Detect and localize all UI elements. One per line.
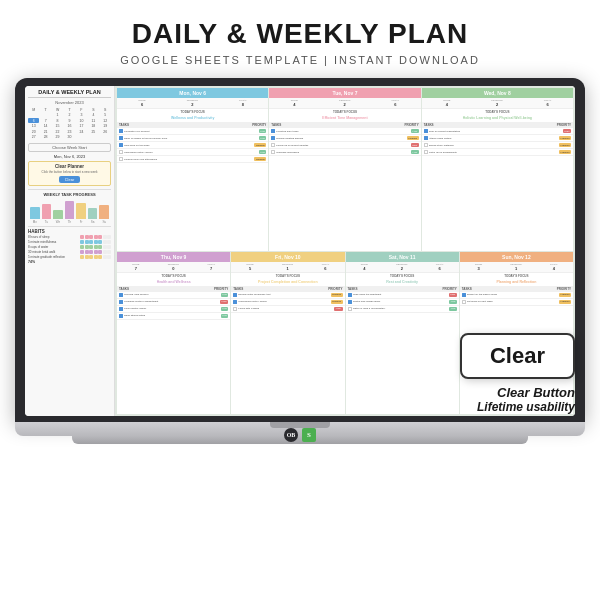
- task-checkbox[interactable]: [424, 143, 428, 147]
- task-item: Catch up on assignmentsMedium: [422, 149, 573, 156]
- task-item: Read 10 pages of the psychology bookLow: [117, 135, 268, 142]
- task-checkbox[interactable]: [424, 150, 428, 154]
- task-checkbox[interactable]: [233, 293, 237, 297]
- task-checkbox[interactable]: [119, 143, 123, 147]
- focus-text: Efficient Time Management: [269, 115, 420, 121]
- task-checkbox[interactable]: [271, 136, 275, 140]
- focus-text: Health and Wellness: [117, 279, 230, 285]
- cal-cell: 4: [88, 113, 99, 118]
- day-header: Tue, Nov 7: [269, 88, 420, 98]
- task-item: Confirm book club attendanceMedium: [117, 156, 268, 163]
- task-checkbox[interactable]: [119, 300, 123, 304]
- task-text: Set goals for next week: [467, 300, 558, 303]
- day-stats: DONE4PENDING2TOTAL6: [269, 98, 420, 109]
- stat-value: 2: [491, 102, 502, 107]
- habit-dot: [103, 245, 107, 249]
- habit-dot: [103, 235, 107, 239]
- bar-chart: MoTuWeThFrSaSu: [28, 199, 111, 224]
- habit-dot: [94, 255, 98, 259]
- bar: [88, 208, 98, 219]
- task-priority: Low: [411, 129, 419, 133]
- task-checkbox[interactable]: [119, 150, 123, 154]
- stat-col: TOTAL4: [550, 263, 558, 271]
- cal-cell: 28: [40, 135, 51, 140]
- task-checkbox[interactable]: [271, 143, 275, 147]
- task-checkbox[interactable]: [348, 307, 352, 311]
- focus-text: Rest and Creativity: [346, 279, 459, 285]
- habit-dots: [80, 250, 111, 254]
- task-checkbox[interactable]: [119, 314, 123, 318]
- task-checkbox[interactable]: [119, 136, 123, 140]
- stat-col: PENDING2: [491, 99, 502, 107]
- cal-cell: [28, 113, 39, 118]
- cal-cell: [76, 135, 87, 140]
- stat-col: TOTAL6: [322, 263, 330, 271]
- habit-name: 5 minute mindfulness: [28, 240, 79, 244]
- task-checkbox[interactable]: [271, 129, 275, 133]
- task-checkbox[interactable]: [119, 307, 123, 311]
- habit-dot: [94, 245, 98, 249]
- task-text: Prioritize daily tasks: [276, 130, 410, 133]
- habit-dot: [98, 245, 102, 249]
- task-checkbox[interactable]: [271, 150, 275, 154]
- task-checkbox[interactable]: [348, 300, 352, 304]
- bar: [30, 207, 40, 219]
- task-text: Summarize history lesson: [238, 300, 329, 303]
- habits-list: 8 hours of sleep5 minute mindfulness8 cu…: [28, 235, 111, 259]
- task-text: Catch up on assignments: [429, 151, 558, 154]
- day-stats: DONE7PENDING0TOTAL7: [117, 262, 230, 273]
- habit-dot: [98, 250, 102, 254]
- task-item: Morning yoga sessionLow: [117, 292, 230, 299]
- cal-cell: [40, 113, 51, 118]
- bar-label: Su: [102, 220, 106, 224]
- task-priority: Low: [449, 307, 457, 311]
- clear-big-button[interactable]: Clear: [460, 333, 575, 379]
- stat-value: 2: [339, 102, 350, 107]
- task-priority: High: [220, 300, 228, 304]
- stat-value: 2: [396, 266, 407, 271]
- habit-dot: [89, 255, 93, 259]
- day-panel: Sat, Nov 11DONE4PENDING2TOTAL6TODAY'S FO…: [346, 252, 459, 415]
- task-checkbox[interactable]: [348, 293, 352, 297]
- task-checkbox[interactable]: [462, 300, 466, 304]
- mini-calendar: MTWTFSS123456789101112131415161718192021…: [28, 107, 111, 140]
- task-priority: Low: [449, 300, 457, 304]
- cal-cell: 22: [52, 129, 63, 134]
- task-checkbox[interactable]: [233, 300, 237, 304]
- task-progress-title: WEEKLY TASK PROGRESS: [28, 189, 111, 197]
- brand-logo: OB: [284, 428, 298, 442]
- habit-dot: [89, 250, 93, 254]
- stat-col: PENDING1: [510, 263, 521, 271]
- cal-cell: 12: [100, 118, 111, 123]
- task-checkbox[interactable]: [119, 157, 123, 161]
- habit-dots: [80, 245, 111, 249]
- task-checkbox[interactable]: [424, 136, 428, 140]
- task-checkbox[interactable]: [424, 129, 428, 133]
- task-item: Set goals for next weekMedium: [460, 299, 573, 306]
- clear-planner-box: Clear Planner Click the button below to …: [28, 161, 111, 186]
- habit-name: 30 minute brisk walk: [28, 250, 79, 254]
- day-panel: Tue, Nov 7DONE4PENDING2TOTAL6TODAY'S FOC…: [269, 88, 420, 251]
- cal-cell: 2: [64, 113, 75, 118]
- task-checkbox[interactable]: [233, 307, 237, 311]
- stat-value: 4: [361, 266, 368, 271]
- task-item: Schedule doctor's appointmentHigh: [117, 299, 230, 306]
- task-item: Sketch new design ideasLow: [346, 299, 459, 306]
- stat-value: 6: [322, 266, 330, 271]
- task-checkbox[interactable]: [119, 293, 123, 297]
- cal-cell: 13: [28, 124, 39, 129]
- task-checkbox[interactable]: [462, 293, 466, 297]
- annotation-line2: Lifetime usability: [477, 400, 575, 414]
- task-item: Cook healthy dinnerLow: [117, 306, 230, 313]
- cal-cell: 29: [52, 135, 63, 140]
- choose-week[interactable]: Choose Week Start: [28, 143, 111, 152]
- habits-percent: 74%: [28, 260, 111, 264]
- stat-value: 8: [239, 102, 247, 107]
- clear-small-button[interactable]: Clear: [59, 176, 81, 183]
- stat-value: 4: [550, 266, 558, 271]
- stat-value: 1: [510, 266, 521, 271]
- day-panel: Thu, Nov 9DONE7PENDING0TOTAL7TODAY'S FOC…: [117, 252, 230, 415]
- cal-cell: 15: [52, 124, 63, 129]
- cal-cell: 26: [100, 129, 111, 134]
- task-checkbox[interactable]: [119, 129, 123, 133]
